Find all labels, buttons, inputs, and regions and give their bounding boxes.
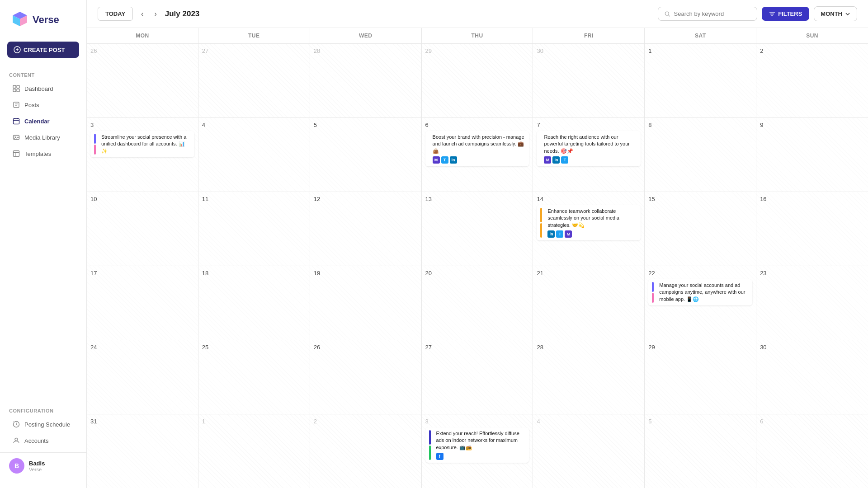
calendar-cell[interactable]: 9	[756, 118, 868, 192]
calendar-cell[interactable]: 31	[87, 414, 198, 488]
calendar-cell[interactable]: 6Boost your brand with precision - manag…	[422, 118, 533, 192]
event-card[interactable]: Extend your reach! Effortlessly diffuse …	[425, 427, 529, 463]
calendar-date: 3	[425, 418, 529, 425]
calendar-date: 26	[314, 344, 418, 351]
calendar-cell[interactable]: 30	[533, 44, 645, 117]
today-button[interactable]: TODAY	[98, 7, 133, 21]
linkedin-icon: in	[450, 156, 457, 164]
calendar-cell[interactable]: 5	[310, 118, 422, 192]
logo-text: Verse	[33, 14, 59, 26]
sidebar-item-templates[interactable]: Templates	[4, 146, 83, 161]
calendar-cell[interactable]: 3Extend your reach! Effortlessly diffuse…	[422, 414, 533, 488]
sidebar-item-dashboard[interactable]: Dashboard	[4, 81, 83, 96]
prev-month-button[interactable]: ‹	[138, 8, 146, 20]
calendar-cell[interactable]: 27	[198, 44, 310, 117]
calendar-date: 1	[648, 47, 752, 54]
dashboard-icon	[13, 85, 20, 92]
calendar-cell[interactable]: 1	[198, 414, 310, 488]
next-month-button[interactable]: ›	[151, 8, 159, 20]
svg-line-26	[669, 15, 670, 16]
calendar-cell[interactable]: 6	[756, 414, 868, 488]
svg-rect-9	[17, 89, 19, 92]
calendar-date: 5	[314, 122, 418, 128]
sidebar-item-calendar[interactable]: Calendar	[4, 113, 83, 129]
user-name: Badis	[29, 460, 45, 467]
calendar-cell[interactable]: 22Manage your social accounts and ad cam…	[645, 266, 756, 340]
event-bar-segment	[94, 145, 96, 155]
calendar-cell[interactable]: 16	[756, 192, 868, 266]
sidebar-item-accounts[interactable]: Accounts	[4, 433, 83, 448]
calendar-cell[interactable]: 29	[645, 340, 756, 414]
calendar-cell[interactable]: 12	[310, 192, 422, 266]
calendar-cell[interactable]: 3Streamline your social presence with a …	[87, 118, 198, 192]
calendar-cell[interactable]: 10	[87, 192, 198, 266]
calendar-cell[interactable]: 17	[87, 266, 198, 340]
user-area: B Badis Verse	[0, 452, 86, 479]
calendar-date: 28	[314, 47, 418, 54]
calendar-cell[interactable]: 11	[198, 192, 310, 266]
svg-point-24	[15, 438, 18, 441]
calendar-date: 30	[760, 344, 864, 351]
calendar-cell[interactable]: 24	[87, 340, 198, 414]
calendar-date: 5	[648, 418, 752, 425]
event-card[interactable]: Streamline your social presence with a u…	[90, 131, 194, 157]
event-bar-segment	[540, 223, 542, 238]
calendar-cell[interactable]: 1	[645, 44, 756, 117]
calendar-cell[interactable]: 28	[310, 44, 422, 117]
event-text: Reach the right audience with our powerf…	[544, 134, 637, 155]
calendar-cell[interactable]: 23	[756, 266, 868, 340]
calendar-cell[interactable]: 8	[645, 118, 756, 192]
calendar-cell[interactable]: 20	[422, 266, 533, 340]
calendar-cell[interactable]: 26	[87, 44, 198, 117]
calendar-cell[interactable]: 19	[310, 266, 422, 340]
calendar-cell[interactable]: 21	[533, 266, 645, 340]
search-box[interactable]	[658, 7, 757, 21]
calendar-cell[interactable]: 5	[645, 414, 756, 488]
posts-label: Posts	[24, 102, 39, 108]
calendar-cell[interactable]: 29	[422, 44, 533, 117]
view-selector-button[interactable]: MONTH	[814, 6, 857, 21]
event-card[interactable]: Reach the right audience with our powerf…	[537, 131, 641, 166]
event-card[interactable]: Boost your brand with precision - manage…	[425, 131, 529, 166]
content-section-label: Content	[0, 69, 86, 80]
create-post-button[interactable]: CREATE POST	[7, 42, 79, 58]
calendar-date: 21	[537, 270, 641, 277]
calendar-date: 25	[202, 344, 306, 351]
event-card[interactable]: Enhance teamwork collaborate seamlessly …	[537, 205, 641, 240]
calendar-cell[interactable]: 4	[533, 414, 645, 488]
sidebar-item-posts[interactable]: Posts	[4, 97, 83, 113]
calendar-cell[interactable]: 2	[310, 414, 422, 488]
chevron-down-icon	[845, 11, 850, 17]
accounts-label: Accounts	[24, 437, 48, 444]
calendar-date: 8	[648, 122, 752, 128]
main-content: TODAY ‹ › July 2023 FILTERS MONT	[87, 0, 868, 488]
sidebar-item-schedule[interactable]: Posting Schedule	[4, 417, 83, 432]
calendar-cell[interactable]: 30	[756, 340, 868, 414]
event-text: Boost your brand with precision - manage…	[433, 134, 526, 155]
calendar-cell[interactable]: 4	[198, 118, 310, 192]
calendar-cell[interactable]: 28	[533, 340, 645, 414]
event-card[interactable]: Manage your social accounts and ad campa…	[648, 279, 752, 305]
search-input[interactable]	[674, 10, 751, 17]
calendar-date: 16	[760, 196, 864, 202]
calendar-cell[interactable]: 14Enhance teamwork collaborate seamlessl…	[533, 192, 645, 266]
verse-logo	[9, 9, 31, 31]
calendar-cell[interactable]: 25	[198, 340, 310, 414]
media-icon	[13, 134, 20, 141]
calendar-cell[interactable]: 26	[310, 340, 422, 414]
calendar-cell[interactable]: 7Reach the right audience with our power…	[533, 118, 645, 192]
filters-button[interactable]: FILTERS	[762, 7, 809, 21]
calendar-cell[interactable]: 15	[645, 192, 756, 266]
event-bar-container	[652, 282, 654, 303]
calendar-cell[interactable]: 2	[756, 44, 868, 117]
calendar-cell[interactable]: 18	[198, 266, 310, 340]
svg-rect-19	[14, 151, 19, 157]
view-label: MONTH	[821, 10, 842, 17]
calendar-cell[interactable]: 13	[422, 192, 533, 266]
templates-label: Templates	[24, 150, 51, 157]
avatar: B	[9, 458, 24, 474]
calendar-date: 31	[90, 418, 194, 425]
facebook-icon: f	[436, 453, 443, 460]
calendar-cell[interactable]: 27	[422, 340, 533, 414]
sidebar-item-media[interactable]: Media Library	[4, 130, 83, 145]
